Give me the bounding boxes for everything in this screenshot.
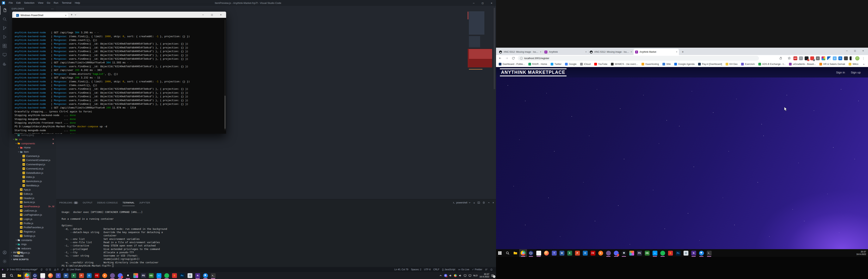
search-icon[interactable]	[0, 15, 9, 24]
bookmark-whmcs-uw-overz-[interactable]: WHMCS - Uw overz...	[611, 63, 638, 65]
tree-item-index.js[interactable]: JSindex.js	[9, 175, 56, 179]
browser-tab-active[interactable]: AAnythink Market×	[633, 49, 679, 55]
indentation[interactable]: Spaces: 2	[410, 267, 423, 272]
new-tab-icon[interactable]: +	[680, 49, 685, 55]
profile-avatar[interactable]	[855, 56, 860, 60]
powershell-output[interactable]: anythink-backend-node| GET /api/tags 304…	[12, 18, 226, 134]
taskbar-file-explorer[interactable]	[16, 272, 23, 279]
taskbar-github-desktop[interactable]	[604, 249, 612, 257]
taskbar-xampp[interactable]: X	[101, 272, 108, 279]
close-icon[interactable]: ×	[487, 0, 496, 6]
taskbar-drink-app[interactable]	[698, 249, 705, 257]
blue-ext-icon[interactable]	[827, 56, 831, 60]
browser-tab-inactive[interactable]: #INC-5312: Missing image · Issue×	[588, 49, 633, 55]
menu-view[interactable]: View	[36, 0, 45, 6]
tree-item-imgs[interactable]: imgs	[9, 242, 56, 246]
tree-item-src[interactable]: src	[9, 137, 56, 142]
explorer-icon[interactable]	[0, 6, 9, 15]
taskbar-paint-app[interactable]	[186, 272, 194, 279]
close-tab-icon[interactable]: ×	[65, 14, 66, 17]
tree-item-DeleteButton.js[interactable]: JSDeleteButton.js	[9, 171, 56, 175]
menu-selection[interactable]: Selection	[22, 0, 36, 6]
taskbar-firefox[interactable]	[542, 249, 550, 257]
tree-item-Profile.js[interactable]: JSProfile.js	[9, 221, 56, 225]
close-icon[interactable]: ×	[216, 11, 225, 18]
taskbar-chat-app[interactable]: 1	[116, 272, 124, 279]
taskbar-excel[interactable]: X	[566, 249, 574, 257]
taskbar-s-shield-app[interactable]: S	[170, 272, 178, 279]
bookmarks-overflow-icon[interactable]: »	[863, 63, 865, 66]
taskbar-s-shield-app[interactable]: S	[666, 249, 674, 257]
bookmark-dashboard-politie-[interactable]: Dashboard - Politie...	[499, 63, 525, 65]
menu-terminal[interactable]: Terminal	[60, 0, 73, 6]
site-info-icon[interactable]: i	[520, 57, 523, 60]
taskbar-file-explorer[interactable]	[512, 249, 519, 257]
forward-icon[interactable]	[504, 56, 509, 61]
taskbar-chat-app[interactable]: 1	[612, 249, 620, 257]
close-tab-icon[interactable]: ×	[540, 51, 541, 53]
taskbar-drink-app[interactable]	[202, 272, 209, 279]
menu-go[interactable]: Go	[45, 0, 52, 6]
tree-item-Header.js[interactable]: JSHeader.js	[9, 196, 56, 200]
go-live[interactable]: Go Live	[457, 267, 471, 272]
taskbar-outlook[interactable]: O	[581, 249, 589, 257]
problems-errors[interactable]: 11	[44, 267, 53, 272]
tree-item-ProfileFavorites.js[interactable]: JSProfileFavorites.js	[9, 225, 56, 229]
minimize-icon[interactable]: –	[469, 0, 478, 6]
panel-tab-jupyter[interactable]: JUPYTER	[139, 199, 150, 206]
clock[interactable]: 20:3716-9-2022	[857, 250, 866, 255]
taskbar-word[interactable]: W	[62, 272, 70, 279]
terminal-scrollbar[interactable]	[224, 20, 226, 130]
close-panel-icon[interactable]: ×	[493, 201, 494, 204]
bookmark-google-agenda[interactable]: Google Agenda	[674, 63, 694, 65]
volume-icon[interactable]	[459, 274, 462, 277]
tree-item-CommentInput.js[interactable]: JSCommentInput.js	[9, 162, 56, 166]
bookmark-kh-dev[interactable]: KH Dev	[725, 63, 738, 65]
close-tab-icon[interactable]: ×	[676, 51, 677, 53]
taskbar-power-app[interactable]	[31, 272, 39, 279]
share-icon[interactable]	[778, 56, 783, 61]
taskbar-excel[interactable]: X	[70, 272, 78, 279]
red-ext-icon[interactable]: 2	[810, 56, 814, 60]
extensions-icon[interactable]	[0, 41, 9, 51]
terminal-titlebar[interactable]: >_ Windows PowerShell × + – □ ×	[12, 11, 226, 18]
taskbar-powerpoint[interactable]: P	[78, 272, 85, 279]
tree-item-ItemList.js[interactable]: JSItemList.js	[9, 200, 56, 205]
tree-item-Editor.js[interactable]: JSEditor.js	[9, 192, 56, 196]
colorwheel-ext-icon[interactable]	[822, 56, 826, 60]
explorer-more-icon[interactable]: ⋯	[51, 7, 54, 10]
bookmark-kaashosting[interactable]: KaasHosting	[642, 63, 659, 65]
bookmark-icloud[interactable]: iCloud	[580, 63, 591, 65]
dark2-ext-icon[interactable]	[844, 56, 848, 60]
maximize-icon[interactable]: □	[478, 0, 487, 6]
panel-tab-problems[interactable]: PROBLEMS11	[59, 199, 78, 206]
bookmark-wilco[interactable]: Wilco	[848, 63, 858, 65]
prettier[interactable]: ✓Prettier	[471, 267, 484, 272]
git-branch[interactable]: 3-inc-5312-missing-image*	[5, 267, 39, 272]
encoding[interactable]: UTF-8	[423, 267, 432, 272]
taskbar-start[interactable]	[0, 272, 8, 279]
eol[interactable]: CRLF	[432, 267, 441, 272]
remote-explorer-icon[interactable]	[0, 51, 9, 59]
tree-item-Login.js[interactable]: JSLogin.js	[9, 217, 56, 221]
docker-icon[interactable]	[0, 59, 9, 68]
tree-item-ListPagination.js[interactable]: JSListPagination.js	[9, 213, 56, 217]
menu-file[interactable]: File	[7, 0, 14, 6]
taskbar-hs-app[interactable]: HS	[643, 249, 651, 257]
taskbar-outlook[interactable]: O	[85, 272, 93, 279]
taskbar-spotify[interactable]	[163, 272, 170, 279]
kill-terminal-icon[interactable]	[483, 201, 485, 204]
taskbar-steam[interactable]	[620, 249, 628, 257]
tray-chevron-up-icon[interactable]	[439, 274, 442, 277]
url-text[interactable]: localhost:3001/register	[524, 57, 549, 60]
tree-item-ListErrors.js[interactable]: JSListErrors.js	[9, 209, 56, 213]
bookmark-twitter[interactable]: Twitter	[551, 63, 561, 65]
tree-item-CommentContainer.js[interactable]: JSCommentContainer.js	[9, 158, 56, 162]
taskbar-filezilla[interactable]: FZ	[93, 272, 101, 279]
tree-item-constants[interactable]: constants	[9, 238, 56, 242]
maximize-icon[interactable]: □	[208, 11, 216, 18]
site-logo[interactable]: ANYTHINK MARKETPLACE	[500, 68, 566, 76]
bookmark-exercism[interactable]: Exercism	[741, 63, 755, 65]
taskbar-photoshop[interactable]: Ps	[674, 249, 682, 257]
taskbar-chrome[interactable]	[23, 272, 31, 279]
